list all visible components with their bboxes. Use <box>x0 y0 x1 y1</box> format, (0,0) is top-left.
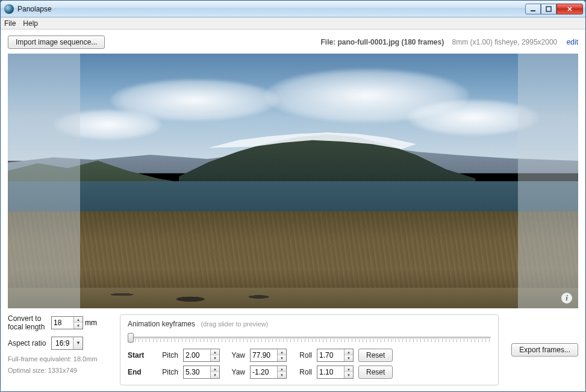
start-row: Start Pitch ▲▼ Yaw ▲▼ Roll ▲▼ <box>128 349 491 362</box>
aspect-value: 16:9 <box>52 339 73 347</box>
lens-info: 8mm (x1.00) fisheye, 2995x2000 <box>452 38 558 46</box>
start-yaw-input[interactable]: ▲▼ <box>250 349 287 362</box>
svg-rect-1 <box>546 7 551 11</box>
content-area: Import image sequence... File: pano-full… <box>1 30 585 391</box>
end-reset-button[interactable]: Reset <box>358 366 393 379</box>
ff-equivalent-text: Full-frame equivalent: 18.0mm <box>8 355 111 364</box>
yaw-label-start: Yaw <box>225 351 245 359</box>
roll-label-end: Roll <box>291 368 312 376</box>
end-pitch-input[interactable]: ▲▼ <box>183 366 220 379</box>
import-button[interactable]: Import image sequence... <box>8 36 105 49</box>
focal-length-input[interactable]: ▲▼ <box>51 316 83 329</box>
file-label: File: pano-full-0001.jpg (180 frames) <box>320 38 444 46</box>
bottom-panel: Convert to focal length ▲▼ mm Aspect rat… <box>8 308 578 385</box>
app-window: Panolapse File Help Import image sequenc… <box>0 0 586 392</box>
right-column: Export frames... <box>507 314 578 385</box>
keyframes-title: Animation keyframes <box>128 320 195 328</box>
aspect-label: Aspect ratio <box>8 339 51 347</box>
start-reset-button[interactable]: Reset <box>358 349 393 362</box>
preview-image <box>8 54 578 308</box>
yaw-label-end: Yaw <box>225 368 245 376</box>
top-row: Import image sequence... File: pano-full… <box>8 34 578 50</box>
titlebar: Panolapse <box>1 1 585 17</box>
end-row: End Pitch ▲▼ Yaw ▲▼ Roll ▲▼ <box>128 366 491 379</box>
aspect-combo[interactable]: 16:9 ▼ <box>51 337 83 350</box>
close-button[interactable] <box>556 4 583 14</box>
svg-rect-0 <box>531 10 535 11</box>
preview-pane[interactable]: i <box>8 54 578 308</box>
focal-length-value[interactable] <box>52 317 73 329</box>
end-roll-input[interactable]: ▲▼ <box>317 366 354 379</box>
pitch-label-end: Pitch <box>158 368 178 376</box>
start-label: Start <box>128 351 153 359</box>
end-label: End <box>128 368 153 376</box>
chevron-down-icon[interactable]: ▼ <box>73 337 83 349</box>
slider-thumb[interactable] <box>128 333 134 343</box>
start-pitch-input[interactable]: ▲▼ <box>183 349 220 362</box>
focal-length-unit: mm <box>85 319 97 327</box>
start-roll-input[interactable]: ▲▼ <box>317 349 354 362</box>
keyframes-panel: Animation keyframes (drag slider to prev… <box>120 314 499 385</box>
convert-label: Convert to focal length <box>8 314 51 332</box>
window-controls <box>525 4 583 14</box>
app-icon <box>4 4 14 14</box>
window-title: Panolapse <box>17 5 52 13</box>
roll-label-start: Roll <box>291 351 312 359</box>
keyframes-hint: (drag slider to preview) <box>201 320 268 328</box>
edit-link[interactable]: edit <box>567 38 578 46</box>
file-info: File: pano-full-0001.jpg (180 frames) 8m… <box>320 38 578 46</box>
end-yaw-input[interactable]: ▲▼ <box>250 366 287 379</box>
menu-help[interactable]: Help <box>23 19 38 28</box>
optimal-size-text: Optimal size: 1331x749 <box>8 366 111 375</box>
left-column: Convert to focal length ▲▼ mm Aspect rat… <box>8 314 111 385</box>
minimize-button[interactable] <box>525 4 541 14</box>
crop-overlay-right <box>518 54 578 308</box>
focal-length-spinner[interactable]: ▲▼ <box>73 317 83 329</box>
info-icon[interactable]: i <box>561 293 572 303</box>
export-button[interactable]: Export frames... <box>511 343 578 356</box>
pitch-label-start: Pitch <box>158 351 178 359</box>
crop-overlay-left <box>8 54 80 308</box>
menu-file[interactable]: File <box>4 19 16 28</box>
preview-slider[interactable] <box>128 332 491 343</box>
maximize-button[interactable] <box>541 4 556 14</box>
menubar: File Help <box>1 17 585 30</box>
